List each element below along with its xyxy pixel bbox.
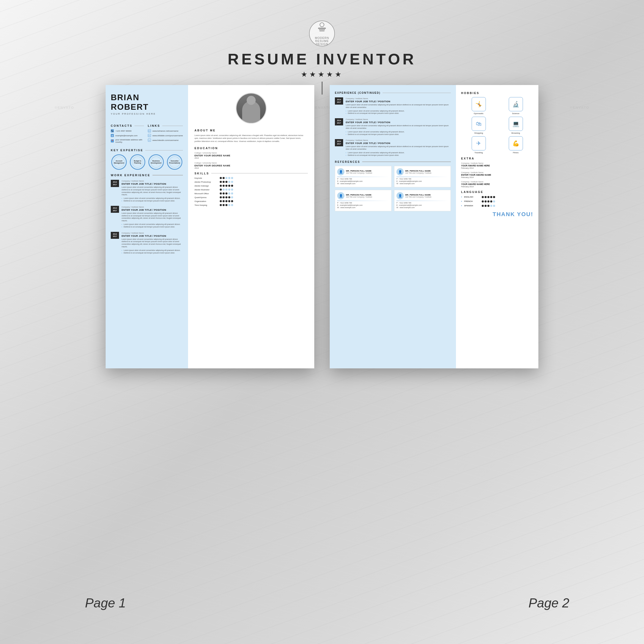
work-bullet-0-1: Eleifend ex at consequat nisl tempor pos…: [122, 200, 183, 202]
skill-dot-empty-3-2: [228, 189, 230, 191]
edu-entry-0: College / University Name ENTER YOUR DEG…: [194, 152, 308, 159]
work-desc-2: Lorem ipsum dolor sit amet consectetur a…: [122, 238, 183, 248]
hobby-label-3: Browsing: [498, 132, 533, 134]
ref-email-0: E : examplemail@example.com: [337, 180, 389, 182]
skill-dot-empty-1-1: [231, 181, 233, 183]
skill-name-6: Organization: [194, 200, 218, 202]
ref-web-3: W : www.example.com: [396, 207, 448, 208]
work-title-2: ENTER YOUR JOB TITLE / POSITION: [122, 235, 183, 237]
skill-dot-filled-2-2: [225, 185, 227, 187]
lang-title: LANGUAGE: [461, 190, 533, 193]
expertise-label-0: Account Management: [114, 160, 124, 164]
ref-title-2: Job Title and Company / Institute: [346, 196, 372, 198]
expertise-title: KEY EXPERTISE: [111, 149, 183, 152]
skill-row-3: Adobe Illustrator: [194, 189, 308, 191]
resume-page-1: BRIAN ROBERT YOUR PROFESSION HERE CONTAC…: [106, 85, 314, 368]
name-first: BRIAN: [111, 93, 183, 102]
exp2-entry-0: 20142017 Company / Institute Name ENTER …: [335, 97, 451, 115]
skill-dot-empty-4-1: [231, 192, 233, 194]
hobby-label-1: Science: [498, 112, 533, 115]
ref-web-2: W : www.example.com: [337, 207, 389, 208]
skill-dot-empty-7-0: [228, 204, 230, 206]
work-desc-0: Lorem ipsum dolor sit amet consectetur a…: [122, 186, 183, 196]
svg-rect-3: [319, 31, 325, 31]
title-divider: [322, 82, 323, 95]
hobby-item-2: 🛍Shopping: [461, 117, 496, 134]
logo-area: Modern Resume Design RESUME INVENTOR ★★★…: [228, 21, 416, 98]
skill-dot-empty-0-1: [228, 177, 230, 179]
references-title: REFERENCES: [335, 160, 451, 163]
skill-dot-filled-0-1: [223, 177, 225, 179]
skill-dot-filled-5-0: [220, 196, 222, 198]
expertise-item-1: Budget & Planning: [129, 154, 146, 171]
work-bullet-1-1: Eleifend ex at consequat nisl tempor pos…: [122, 226, 183, 228]
work-year-2: 20142017: [111, 232, 119, 239]
skill-dot-empty-3-0: [223, 189, 225, 191]
hobby-item-4: ✈Traveling: [461, 136, 496, 154]
skill-dot-filled-2-1: [223, 185, 225, 187]
photo-silhouette: [242, 101, 260, 123]
skill-name-7: Time Keeping: [194, 204, 218, 206]
hobby-icon-3: 💻: [509, 117, 523, 131]
dribbble-icon: Dr: [148, 134, 151, 137]
ref-card-0: 👤 MR. PERSON FULL NAME Job Title and Com…: [335, 166, 392, 187]
hobby-icon-5: 💪: [509, 136, 523, 150]
ref-title-0: Job Title and Company / Institute: [346, 172, 372, 174]
expertise-item-2: Business Development: [148, 154, 164, 171]
phone-icon: 📞: [111, 129, 114, 132]
expertise-circle-0: Account Management: [111, 154, 127, 170]
edu-school-0: College / University Name: [194, 152, 308, 154]
extra-entry-2: Company / Institute Name YOUR AWARD NAME…: [461, 181, 533, 188]
photo-placeholder: [236, 94, 266, 123]
skill-dots-5: [220, 196, 233, 198]
skill-dot-filled-7-0: [220, 204, 222, 206]
exp2-bullet-2-0: Lorem ipsum dolor sit amet consectetur a…: [346, 151, 451, 154]
lang-dots-1: [482, 200, 495, 202]
exp2-title-0: ENTER YOUR JOB TITLE / POSITION: [346, 100, 451, 103]
skill-name-3: Adobe Illustrator: [194, 189, 218, 191]
ref-web-1: W : www.example.com: [396, 183, 448, 184]
skill-dot-filled-4-0: [220, 192, 222, 194]
logo-icon: [317, 22, 327, 36]
extra-company-0: Company / Institute Name: [461, 162, 533, 164]
behance-text: www.behance.net/username: [152, 130, 179, 132]
hobby-icon-4: ✈: [472, 136, 486, 150]
lang-row-2: •SPANISH: [461, 204, 533, 207]
exp2-desc-1: Lorem ipsum dolor sit amet consectetur a…: [346, 124, 451, 130]
skill-row-4: Microsoft Office: [194, 192, 308, 195]
extra-company-2: Company / Institute Name: [461, 181, 533, 183]
skill-name-4: Microsoft Office: [194, 192, 218, 195]
phone-text: +123 4567 89000: [115, 130, 132, 132]
skill-row-1: Adobe Photoshop: [194, 181, 308, 183]
work-year-1: 20142017: [111, 206, 119, 213]
lang-name-2: SPANISH: [464, 205, 480, 207]
skill-dots-1: [220, 181, 233, 183]
exp2-entry-1: 20142017 Company / Institute Name ENTER …: [335, 118, 451, 135]
lang-row-1: •FRENCH: [461, 200, 533, 203]
lang-name-1: FRENCH: [464, 200, 480, 202]
work-entry-1: 20142017 Company / Institute Name ENTER …: [111, 206, 183, 228]
skills-title: SKILLS: [194, 172, 308, 175]
skill-dot-filled-5-2: [225, 196, 227, 198]
hobby-icon-0: 🤸: [472, 97, 486, 111]
skill-dot-filled-6-2: [225, 200, 227, 202]
dribbble-text: www.dribbble.com/yourusername: [152, 134, 183, 137]
skill-dot-empty-1-0: [228, 181, 230, 183]
page1-right: ABOUT ME Lorem ipsum dolor sit amet, con…: [188, 85, 314, 368]
extra-company-1: Company / Institute Name: [461, 171, 533, 174]
skill-dots-2: [220, 185, 233, 187]
ref-title-3: Job Title and Company / Institute: [405, 196, 431, 198]
address-text: your street/state address with country.: [115, 139, 144, 143]
expertise-label-1: Budget & Planning: [132, 160, 143, 164]
lang-row-0: •ENGLISH: [461, 196, 533, 198]
work-bullet-0-0: Lorem ipsum dolor sit amet consectetur a…: [122, 197, 183, 200]
skill-dot-filled-4-2: [225, 192, 227, 194]
phone-item: 📞 +123 4567 89000: [111, 129, 144, 132]
ref-phone-3: P : +012 3456 789: [396, 202, 448, 204]
skill-dots-3: [220, 189, 233, 191]
ref-avatar-2: 👤: [337, 192, 344, 199]
skill-name-5: QuarkXpress: [194, 196, 218, 199]
email-item: @ example@example.com: [111, 134, 144, 137]
extra-award-1: ENTER YOUR AWARD NAME: [461, 174, 533, 176]
work-bullet-2-0: Lorem ipsum dolor sit amet consectetur a…: [122, 249, 183, 252]
